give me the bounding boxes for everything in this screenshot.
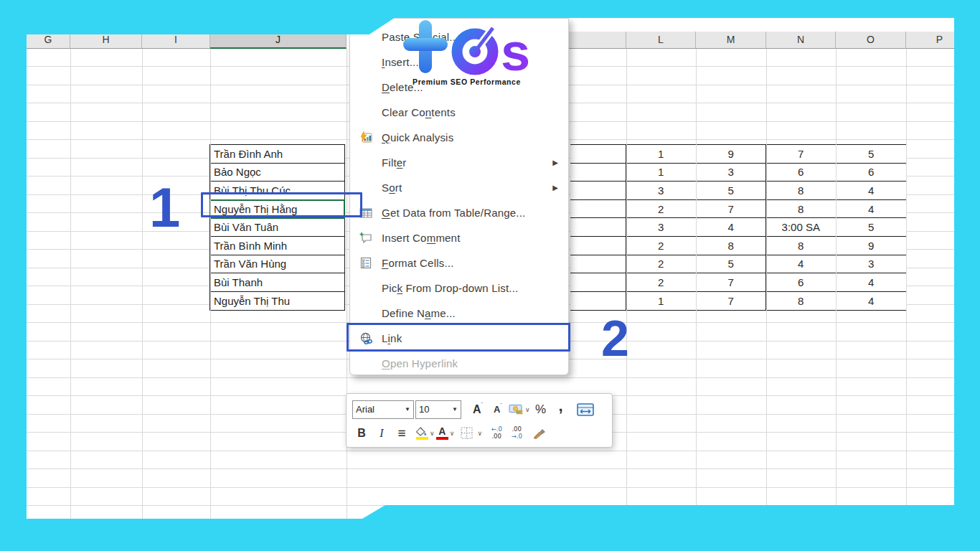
number-cell[interactable]: 5 <box>837 145 907 164</box>
number-cell[interactable]: 4 <box>697 218 767 237</box>
bold-button[interactable]: B <box>352 423 371 443</box>
name-cell[interactable]: Nguyễn Thị Thu <box>210 292 344 311</box>
empty-cell[interactable] <box>570 145 626 164</box>
italic-button[interactable]: I <box>372 423 391 443</box>
number-cell[interactable]: 5 <box>837 218 907 237</box>
column-header-M[interactable]: M <box>696 32 766 49</box>
number-cell[interactable]: 4 <box>837 292 907 311</box>
align-center-icon: ≡ <box>397 425 405 441</box>
merge-center-icon <box>577 403 594 416</box>
number-cell[interactable]: 9 <box>837 237 907 255</box>
empty-cell[interactable] <box>570 182 626 200</box>
decrease-font-size-button[interactable]: A ˇ <box>489 400 507 420</box>
borders-button[interactable]: ∨ <box>461 423 483 443</box>
menu-item-insert-comment[interactable]: Insert Comment <box>350 225 568 250</box>
menu-item-label: Define Name... <box>382 307 568 319</box>
number-cell[interactable]: 3:00 SA <box>766 218 837 237</box>
insert-comment-icon <box>359 232 372 244</box>
grid-vline <box>142 49 143 519</box>
column-header-partial[interactable] <box>569 32 626 49</box>
empty-cell[interactable] <box>570 237 626 255</box>
number-cell[interactable]: 4 <box>837 182 907 200</box>
column-header-L[interactable]: L <box>626 32 696 49</box>
name-cell[interactable]: Bùi Thanh <box>210 273 344 292</box>
empty-cell[interactable] <box>570 255 626 274</box>
column-header-J[interactable]: J <box>210 32 347 49</box>
empty-cell[interactable] <box>570 218 626 237</box>
menu-item-clear-contents[interactable]: Clear Contents <box>350 100 568 125</box>
number-cell[interactable]: 3 <box>697 164 767 182</box>
number-cell[interactable]: 3 <box>837 255 907 274</box>
grid-vline <box>766 49 767 519</box>
number-cell[interactable]: 4 <box>837 273 907 292</box>
number-cell[interactable]: 3 <box>626 182 697 200</box>
column-header-N[interactable]: N <box>766 32 836 49</box>
comma-style-button[interactable]: , <box>552 400 570 420</box>
font-size-select[interactable]: 10 ▼ <box>415 400 461 419</box>
empty-cell[interactable] <box>570 200 626 219</box>
number-cell[interactable]: 7 <box>766 145 837 164</box>
number-cell[interactable]: 1 <box>626 164 697 182</box>
font-name-select[interactable]: Arial ▼ <box>352 400 414 419</box>
number-cell[interactable]: 5 <box>697 182 767 200</box>
increase-decimal-button[interactable]: ←.0 .00 <box>487 423 506 443</box>
fill-color-button[interactable]: ∨ <box>415 423 435 443</box>
grid-vline <box>626 49 627 519</box>
number-cell[interactable]: 2 <box>626 273 697 292</box>
empty-cell[interactable] <box>570 164 626 182</box>
number-cell[interactable]: 2 <box>626 200 697 219</box>
name-cell[interactable]: Bùi Văn Tuân <box>210 218 344 237</box>
name-cell[interactable]: Trần Đình Anh <box>210 145 344 164</box>
number-cell[interactable]: 7 <box>697 200 767 219</box>
align-center-button[interactable]: ≡ <box>392 423 411 443</box>
menu-item-quick-analysis[interactable]: Quick Analysis <box>350 125 568 150</box>
number-cell[interactable]: 8 <box>766 200 837 219</box>
increase-font-size-button[interactable]: A ˆ <box>468 400 487 420</box>
number-cell[interactable]: 1 <box>626 292 697 311</box>
format-painter-button[interactable] <box>530 423 549 443</box>
number-cell[interactable]: 1 <box>626 145 697 164</box>
number-cell[interactable]: 8 <box>766 182 837 200</box>
column-header-H[interactable]: H <box>70 32 142 49</box>
menu-item-pick-from-list[interactable]: Pick From Drop-down List... <box>350 276 568 301</box>
empty-cell[interactable] <box>570 292 626 311</box>
name-cell[interactable]: Trần Văn Hùng <box>210 255 344 274</box>
number-cell[interactable]: 3 <box>626 218 697 237</box>
column-header-G[interactable]: G <box>27 32 70 49</box>
menu-item-filter[interactable]: Filter▶ <box>350 150 568 175</box>
name-cell[interactable]: Trần Bình Minh <box>210 237 344 255</box>
menu-item-get-data[interactable]: Get Data from Table/Range... <box>350 200 568 225</box>
font-color-button[interactable]: A ∨ <box>436 423 455 443</box>
number-cell[interactable]: 8 <box>766 237 837 255</box>
number-cell[interactable]: 5 <box>697 255 767 274</box>
number-cell[interactable]: 2 <box>626 255 697 274</box>
column-header-O[interactable]: O <box>836 32 906 49</box>
menu-item-label: Filter <box>382 156 552 169</box>
number-cell[interactable]: 6 <box>766 273 837 292</box>
merge-center-button[interactable] <box>576 400 595 420</box>
chevron-down-icon: ∨ <box>525 406 530 413</box>
mini-toolbar: Arial ▼ 10 ▼ A ˆ A ˇ <box>346 393 613 448</box>
menu-item-sort[interactable]: Sort▶ <box>350 175 568 200</box>
empty-cell[interactable] <box>570 273 626 292</box>
number-cell[interactable]: 4 <box>837 200 907 219</box>
italic-icon: I <box>380 427 383 440</box>
number-cell[interactable]: 2 <box>626 237 697 255</box>
accounting-format-button[interactable]: ∨ <box>509 400 530 420</box>
name-cell[interactable]: Bảo Ngọc <box>210 164 344 182</box>
number-cell[interactable]: 8 <box>697 237 767 255</box>
menu-item-define-name[interactable]: Define Name... <box>350 301 568 326</box>
number-cell[interactable]: 7 <box>697 292 767 311</box>
column-header-P[interactable]: P <box>906 32 974 49</box>
menu-item-label: Sort <box>382 182 552 194</box>
number-cell[interactable]: 8 <box>766 292 837 311</box>
column-header-I[interactable]: I <box>142 32 210 49</box>
number-cell[interactable]: 4 <box>766 255 837 274</box>
menu-item-format-cells[interactable]: Format Cells... <box>350 250 568 276</box>
number-cell[interactable]: 7 <box>697 273 767 292</box>
decrease-decimal-button[interactable]: .00 →.0 <box>507 423 526 443</box>
number-cell[interactable]: 6 <box>766 164 837 182</box>
percent-style-button[interactable]: % <box>532 400 550 420</box>
number-cell[interactable]: 9 <box>697 145 767 164</box>
number-cell[interactable]: 6 <box>837 164 907 182</box>
